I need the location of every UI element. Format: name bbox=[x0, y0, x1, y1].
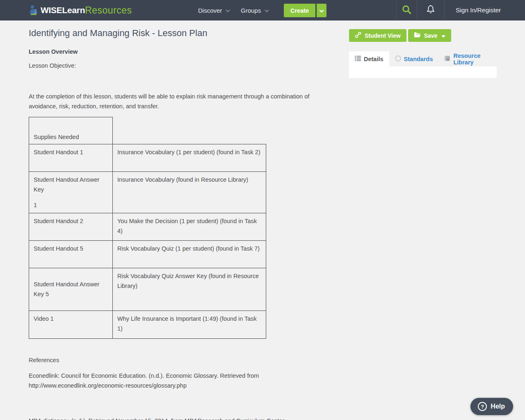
top-navbar: WISELearnResources Discover Groups Creat… bbox=[0, 0, 525, 21]
nav-discover-label: Discover bbox=[198, 7, 222, 14]
supply-description: Risk Vocabulary Quiz (1 per student) (fo… bbox=[113, 241, 266, 268]
tabs-row: Details Standards Resource Library bbox=[349, 51, 497, 66]
nav-groups[interactable]: Groups bbox=[241, 0, 269, 21]
chevron-down-icon bbox=[319, 7, 324, 14]
create-split-button: Create bbox=[284, 4, 326, 17]
table-header-row: Supplies Needed bbox=[29, 117, 266, 144]
supply-item: Student Handout 2 bbox=[29, 213, 113, 241]
caret-down-icon bbox=[441, 32, 445, 39]
resource-panel: Student View Save bbox=[349, 29, 497, 78]
supply-description: Insurance Vocabulary (1 per student) (fo… bbox=[113, 144, 266, 172]
notifications-button[interactable] bbox=[417, 0, 444, 21]
circle-icon bbox=[395, 55, 401, 63]
sign-in-register-link[interactable]: Sign In/Register bbox=[444, 0, 525, 21]
chevron-down-icon bbox=[265, 9, 269, 12]
list-icon bbox=[355, 56, 361, 62]
lesson-content: Identifying and Managing Risk - Lesson P… bbox=[29, 21, 332, 420]
table-row: Student Handout Answer Key 5 Risk Vocabu… bbox=[29, 268, 266, 311]
nav-groups-label: Groups bbox=[241, 7, 261, 14]
supply-description: Insurance Vocabulary (found in Resource … bbox=[113, 172, 266, 213]
lesson-objective-label: Lesson Objective: bbox=[29, 62, 332, 69]
sign-in-register-label: Sign In/Register bbox=[456, 7, 501, 14]
supply-description: Why Life Insurance is Important (1:49) (… bbox=[113, 311, 266, 339]
chevron-down-icon bbox=[226, 9, 230, 12]
supplies-header-cell: Supplies Needed bbox=[29, 117, 113, 144]
bell-icon bbox=[426, 4, 436, 16]
help-button-label: Help bbox=[491, 403, 505, 410]
supply-item-line2: 1 bbox=[34, 200, 108, 210]
supply-description: You Make the Decision (1 per student) (f… bbox=[113, 213, 266, 241]
supply-item: Video 1 bbox=[29, 311, 113, 339]
action-buttons-row: Student View Save bbox=[349, 29, 497, 42]
create-button[interactable]: Create bbox=[284, 4, 315, 17]
tab-details[interactable]: Details bbox=[349, 51, 389, 66]
lesson-objective-text: At the completion of this lesson, studen… bbox=[29, 91, 329, 111]
supply-item: Student Handout 1 bbox=[29, 144, 113, 172]
tab-standards[interactable]: Standards bbox=[389, 51, 439, 66]
search-icon bbox=[402, 5, 411, 16]
nav-discover[interactable]: Discover bbox=[198, 0, 230, 21]
wiselearn-logo-icon bbox=[29, 5, 39, 16]
tab-details-label: Details bbox=[364, 56, 383, 62]
create-button-label: Create bbox=[290, 7, 309, 14]
references-heading: References bbox=[29, 355, 332, 365]
tab-standards-label: Standards bbox=[404, 56, 433, 62]
folder-open-icon bbox=[414, 32, 421, 39]
supplies-table: Supplies Needed Student Handout 1 Insura… bbox=[29, 117, 266, 339]
student-view-label: Student View bbox=[365, 32, 401, 39]
tab-content-panel bbox=[349, 66, 497, 78]
reference-entry: Econedlink: Council for Economic Educati… bbox=[29, 371, 329, 390]
book-icon bbox=[444, 55, 450, 63]
link-icon bbox=[355, 32, 361, 39]
table-row: Student Handout Answer Key 1 Insurance V… bbox=[29, 172, 266, 213]
lesson-overview-heading: Lesson Overview bbox=[29, 48, 332, 55]
navbar-right-group: Sign In/Register bbox=[396, 0, 525, 21]
brand-name-light: Resources bbox=[85, 5, 132, 16]
supply-item: Student Handout Answer Key 1 bbox=[29, 172, 113, 213]
supply-item-line1: Student Handout Answer Key bbox=[34, 175, 108, 194]
student-view-button[interactable]: Student View bbox=[349, 29, 406, 42]
supply-item: Student Handout 5 bbox=[29, 241, 113, 268]
tab-resource-library[interactable]: Resource Library bbox=[438, 51, 497, 66]
tab-resource-library-label: Resource Library bbox=[453, 52, 491, 66]
supply-item: Student Handout Answer Key 5 bbox=[29, 268, 113, 311]
brand-name-bold: WISELearn bbox=[41, 5, 85, 15]
help-button[interactable]: ? Help bbox=[470, 398, 513, 415]
table-row: Student Handout 2 You Make the Decision … bbox=[29, 213, 266, 241]
empty-cell bbox=[113, 117, 266, 144]
table-row: Student Handout 5 Risk Vocabulary Quiz (… bbox=[29, 241, 266, 268]
question-mark-icon: ? bbox=[478, 402, 487, 411]
page-title: Identifying and Managing Risk - Lesson P… bbox=[29, 27, 332, 39]
reference-entry: MBA dictionary. (n.d.). Retrieved Novemb… bbox=[29, 416, 329, 420]
save-button[interactable]: Save bbox=[408, 29, 452, 42]
supply-description: Risk Vocabulary Quiz Answer Key (found i… bbox=[113, 268, 266, 311]
table-row: Student Handout 1 Insurance Vocabulary (… bbox=[29, 144, 266, 172]
create-dropdown-button[interactable] bbox=[317, 4, 326, 17]
wiselearn-logo[interactable]: WISELearnResources bbox=[29, 0, 132, 21]
save-label: Save bbox=[424, 32, 438, 39]
search-button[interactable] bbox=[396, 0, 417, 21]
table-row: Video 1 Why Life Insurance is Important … bbox=[29, 311, 266, 339]
